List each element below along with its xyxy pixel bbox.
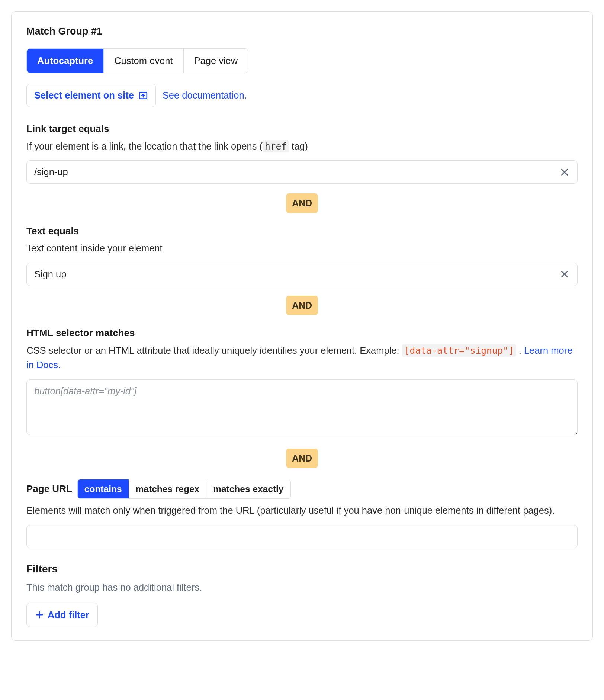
add-filter-button[interactable]: Add filter: [26, 603, 98, 627]
plus-icon: [35, 610, 44, 619]
tab-page-view[interactable]: Page view: [184, 49, 248, 73]
text-equals-input-wrap: [26, 263, 578, 286]
match-group-title: Match Group #1: [26, 24, 578, 39]
select-element-button[interactable]: Select element on site: [26, 84, 156, 107]
see-documentation-link[interactable]: See documentation.: [163, 89, 247, 102]
and-label: AND: [286, 193, 318, 213]
tab-custom-event[interactable]: Custom event: [104, 49, 183, 73]
page-url-input-wrap: [26, 525, 578, 548]
url-mode-contains[interactable]: contains: [78, 479, 129, 499]
link-target-label: Link target equals: [26, 122, 578, 136]
link-target-desc-prefix: If your element is a link, the location …: [26, 141, 263, 151]
url-mode-regex[interactable]: matches regex: [129, 479, 207, 499]
and-label: AND: [286, 296, 318, 315]
selector-desc-mid: .: [519, 345, 524, 356]
link-target-desc-suffix: tag): [289, 141, 308, 151]
selector-example-code: [data-attr="signup"]: [402, 344, 516, 357]
clear-link-target-button[interactable]: [560, 167, 569, 177]
page-url-mode-tabs: contains matches regex matches exactly: [77, 479, 291, 499]
add-filter-label: Add filter: [48, 608, 89, 622]
clear-text-equals-button[interactable]: [560, 269, 569, 279]
selector-input-wrap: [26, 379, 578, 439]
href-code: href: [263, 140, 289, 152]
page-url-label: Page URL: [26, 482, 72, 496]
and-separator-1: AND: [26, 193, 578, 213]
select-doc-row: Select element on site See documentation…: [26, 84, 578, 107]
filters-empty-text: This match group has no additional filte…: [26, 581, 578, 594]
link-target-desc: If your element is a link, the location …: [26, 139, 578, 154]
page-url-row: Page URL contains matches regex matches …: [26, 479, 578, 499]
filters-title: Filters: [26, 562, 578, 577]
link-target-input-wrap: [26, 160, 578, 184]
page-url-input[interactable]: [26, 525, 578, 548]
external-target-icon: [138, 91, 148, 100]
and-label: AND: [286, 449, 318, 468]
tab-autocapture[interactable]: Autocapture: [27, 49, 104, 73]
text-equals-desc: Text content inside your element: [26, 241, 578, 256]
match-group-card: Match Group #1 Autocapture Custom event …: [11, 11, 593, 641]
and-separator-2: AND: [26, 296, 578, 315]
url-mode-exact[interactable]: matches exactly: [206, 479, 290, 499]
and-separator-3: AND: [26, 449, 578, 468]
link-target-input[interactable]: [26, 160, 578, 184]
selector-label: HTML selector matches: [26, 326, 578, 340]
close-icon: [560, 167, 569, 177]
close-icon: [560, 269, 569, 279]
selector-desc-prefix: CSS selector or an HTML attribute that i…: [26, 345, 402, 356]
selector-input[interactable]: [26, 379, 578, 435]
select-element-label: Select element on site: [34, 89, 134, 102]
selector-desc: CSS selector or an HTML attribute that i…: [26, 343, 578, 373]
event-type-tabs: Autocapture Custom event Page view: [26, 48, 248, 73]
page-url-desc: Elements will match only when triggered …: [26, 503, 578, 518]
text-equals-input[interactable]: [26, 263, 578, 286]
text-equals-label: Text equals: [26, 224, 578, 238]
